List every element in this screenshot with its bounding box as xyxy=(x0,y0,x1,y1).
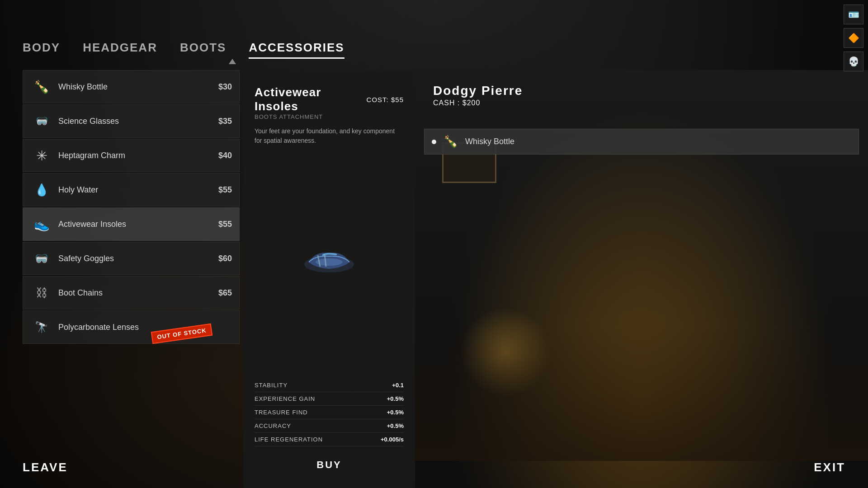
stat-treasure-name: TREASURE FIND xyxy=(255,409,308,416)
character-name: Dodgy Pierre xyxy=(433,84,523,98)
list-item-activewear-insoles[interactable]: 👟 Activewear Insoles $55 xyxy=(23,207,240,241)
whisky-bottle-icon: 🍾 xyxy=(30,75,53,98)
safety-goggles-name: Safety Goggles xyxy=(53,254,218,263)
detail-description: Your feet are your foundation, and key c… xyxy=(255,127,404,145)
equipped-item[interactable]: 🍾 Whisky Bottle xyxy=(424,129,859,155)
icon-id[interactable]: 🪪 xyxy=(844,5,863,24)
stat-accuracy: ACCURACY +0.5% xyxy=(255,419,404,433)
stats-section: STABILITY +0.1 EXPERIENCE GAIN +0.5% TRE… xyxy=(255,379,404,446)
stat-stability-value: +0.1 xyxy=(392,382,404,389)
holy-water-name: Holy Water xyxy=(53,185,218,195)
stat-stability-name: STABILITY xyxy=(255,382,288,389)
heptagram-charm-icon: ✳ xyxy=(30,144,53,167)
stat-experience-value: +0.5% xyxy=(387,395,404,402)
equipped-dot xyxy=(432,140,436,144)
list-item-holy-water[interactable]: 💧 Holy Water $55 xyxy=(23,173,240,206)
detail-subtitle: Boots Attachment xyxy=(255,113,404,120)
tab-body[interactable]: BODY xyxy=(23,41,60,59)
detail-header: Activewear Insoles COST: $55 xyxy=(255,85,404,113)
safety-goggles-icon: 🥽 xyxy=(30,247,53,270)
whisky-bottle-price: $30 xyxy=(218,82,232,92)
top-icons-panel: 🪪 🔶 💀 xyxy=(844,5,863,71)
tab-headgear[interactable]: HEADGEAR xyxy=(83,41,157,59)
heptagram-charm-name: Heptagram Charm xyxy=(53,151,218,160)
stat-life-regen-value: +0.005/s xyxy=(381,436,404,443)
nav-tabs: BODY HEADGEAR BOOTS ACCESSORIES xyxy=(23,41,344,59)
stat-experience-gain: EXPERIENCE GAIN +0.5% xyxy=(255,392,404,406)
stat-life-regen-name: LIFE REGENERATION xyxy=(255,436,323,443)
list-item-safety-goggles[interactable]: 🥽 Safety Goggles $60 xyxy=(23,242,240,275)
stat-treasure-find: TREASURE FIND +0.5% xyxy=(255,406,404,419)
item-list: 🍾 Whisky Bottle $30 🥽 Science Glasses $3… xyxy=(23,70,240,488)
buy-button[interactable]: BUY xyxy=(255,455,404,474)
boot-chains-name: Boot Chains xyxy=(53,288,218,298)
science-glasses-price: $35 xyxy=(218,117,232,126)
detail-cost: COST: $55 xyxy=(367,96,404,103)
polycarbonate-lenses-icon: 🔭 xyxy=(30,316,53,338)
detail-item-svg xyxy=(302,242,356,278)
leave-button[interactable]: LEAVE xyxy=(23,460,68,474)
icon-diamond[interactable]: 🔶 xyxy=(844,28,863,48)
stat-treasure-value: +0.5% xyxy=(387,409,404,416)
exit-button[interactable]: EXIT xyxy=(814,460,845,474)
boot-chains-price: $65 xyxy=(218,288,232,298)
list-item-boot-chains[interactable]: ⛓ Boot Chains $65 xyxy=(23,276,240,310)
list-item-polycarbonate-lenses[interactable]: 🔭 Polycarbonate Lenses OUT OF STOCK xyxy=(23,310,240,344)
icon-skull[interactable]: 💀 xyxy=(844,52,863,71)
stat-accuracy-value: +0.5% xyxy=(387,422,404,429)
science-glasses-name: Science Glasses xyxy=(53,117,218,126)
safety-goggles-price: $60 xyxy=(218,254,232,263)
whisky-bottle-name: Whisky Bottle xyxy=(53,82,218,92)
list-item-science-glasses[interactable]: 🥽 Science Glasses $35 xyxy=(23,104,240,138)
holy-water-icon: 💧 xyxy=(30,178,53,201)
scroll-up-indicator xyxy=(229,59,236,64)
stat-accuracy-name: ACCURACY xyxy=(255,422,291,429)
tab-accessories[interactable]: ACCESSORIES xyxy=(249,41,344,59)
equipped-item-name: Whisky Bottle xyxy=(465,137,514,146)
detail-panel: Activewear Insoles COST: $55 Boots Attac… xyxy=(243,70,415,488)
stat-stability: STABILITY +0.1 xyxy=(255,379,404,392)
heptagram-charm-price: $40 xyxy=(218,151,232,160)
tab-boots[interactable]: BOOTS xyxy=(180,41,226,59)
list-item-heptagram-charm[interactable]: ✳ Heptagram Charm $40 xyxy=(23,139,240,172)
character-cash: CASH : $200 xyxy=(433,99,480,107)
detail-title: Activewear Insoles xyxy=(255,85,367,113)
stat-life-regen: LIFE REGENERATION +0.005/s xyxy=(255,433,404,446)
stat-experience-name: EXPERIENCE GAIN xyxy=(255,395,315,402)
activewear-insoles-name: Activewear Insoles xyxy=(53,220,218,229)
activewear-insoles-price: $55 xyxy=(218,220,232,229)
detail-image xyxy=(255,145,404,374)
character-panel: Dodgy Pierre CASH : $200 🍾 Whisky Bottle xyxy=(415,70,868,488)
list-item-whisky-bottle[interactable]: 🍾 Whisky Bottle $30 xyxy=(23,70,240,103)
boot-chains-icon: ⛓ xyxy=(30,282,53,304)
holy-water-price: $55 xyxy=(218,185,232,195)
scroll-up-arrow[interactable] xyxy=(229,59,236,64)
equipped-item-icon: 🍾 xyxy=(443,135,458,149)
activewear-insoles-icon: 👟 xyxy=(30,213,53,235)
main-content: 🍾 Whisky Bottle $30 🥽 Science Glasses $3… xyxy=(23,70,868,488)
science-glasses-icon: 🥽 xyxy=(30,110,53,132)
